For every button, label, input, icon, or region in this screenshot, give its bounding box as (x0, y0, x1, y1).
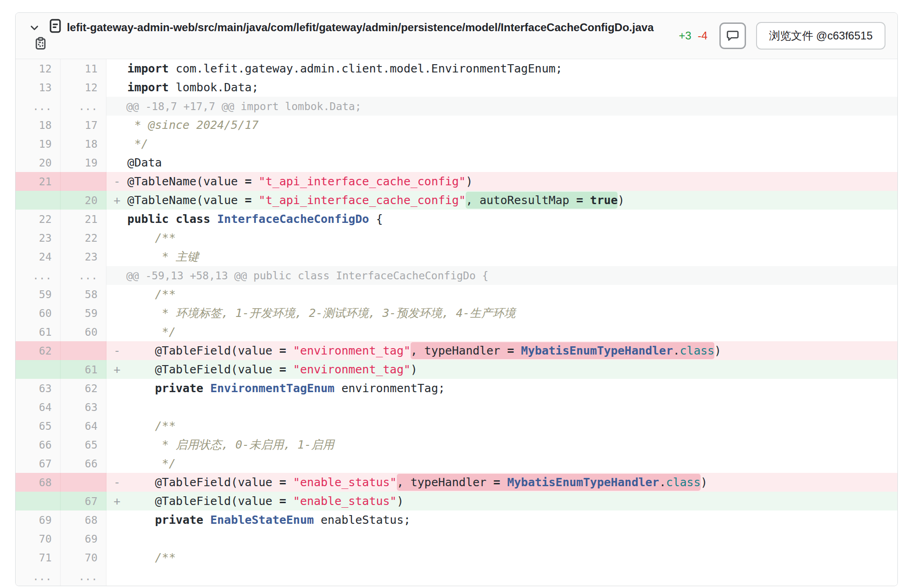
diff-file-card: lefit-gateway-admin-web/src/main/java/co… (15, 12, 898, 586)
line-number-old[interactable]: 71 (16, 548, 60, 567)
code-cell: import lombok.Data; (106, 78, 897, 97)
addition-marker: + (114, 194, 128, 207)
line-number-new[interactable] (60, 341, 106, 360)
copy-path-icon[interactable] (35, 36, 46, 53)
code-token (128, 382, 155, 395)
line-number-old[interactable] (16, 492, 60, 510)
code-cell: @@ -59,13 +58,13 @@ public class Interfa… (106, 266, 897, 285)
addition-marker: + (114, 494, 128, 508)
line-number-new[interactable]: ... (60, 567, 106, 586)
line-number-new[interactable]: 22 (60, 228, 106, 247)
line-number-new[interactable]: 61 (60, 360, 106, 379)
line-number-new[interactable]: 67 (60, 492, 106, 510)
deletion-marker: - (114, 476, 128, 489)
code-token (128, 513, 155, 527)
code-token: true (590, 194, 618, 207)
line-number-old[interactable]: 67 (16, 454, 60, 473)
line-number-old[interactable]: 62 (16, 341, 60, 360)
line-number-new[interactable]: 65 (60, 435, 106, 454)
line-number-old[interactable]: 60 (16, 304, 60, 322)
line-number-old[interactable]: 22 (16, 210, 60, 228)
line-number-new[interactable]: 64 (60, 416, 106, 435)
diff-row: 6968 private EnableStateEnum enableStatu… (16, 510, 897, 529)
line-number-old[interactable]: 19 (16, 134, 60, 153)
line-number-old[interactable]: 64 (16, 398, 60, 416)
line-number-new[interactable]: 60 (60, 322, 106, 341)
line-number-new[interactable]: 19 (60, 153, 106, 172)
code-token: @TableField(value (128, 476, 279, 489)
collapse-chevron-icon[interactable] (29, 19, 39, 36)
code-cell: private EnvironmentTagEnum environmentTa… (106, 379, 897, 398)
line-number-old[interactable]: ... (16, 97, 60, 116)
word-diff-highlight: , typeHandler = MybatisEnumTypeHandler.c… (397, 474, 701, 491)
diff-row: ......@@ -18,7 +17,7 @@ import lombok.Da… (16, 97, 897, 116)
line-number-new[interactable]: 11 (60, 59, 106, 78)
diff-row: 6362 private EnvironmentTagEnum environm… (16, 379, 897, 398)
line-number-new[interactable]: 68 (60, 510, 106, 529)
line-number-old[interactable]: 12 (16, 59, 60, 78)
line-number-old[interactable]: 24 (16, 247, 60, 266)
comment-button[interactable] (719, 22, 746, 49)
line-number-old[interactable]: 20 (16, 153, 60, 172)
code-token: */ (128, 457, 176, 470)
diff-row: 62- @TableField(value = "environment_tag… (16, 341, 897, 360)
line-number-old[interactable]: 21 (16, 172, 60, 191)
line-number-new[interactable]: 17 (60, 116, 106, 134)
code-token: , typeHandler (397, 476, 494, 489)
code-token (286, 363, 293, 376)
line-number-new[interactable]: ... (60, 266, 106, 285)
line-number-old[interactable] (16, 360, 60, 379)
line-number-new[interactable]: 12 (60, 78, 106, 97)
code-token: , typeHandler (411, 344, 507, 357)
code-token (514, 344, 521, 357)
line-number-new[interactable]: 59 (60, 304, 106, 322)
code-cell (106, 529, 897, 548)
code-token: /** (128, 231, 176, 244)
line-number-new[interactable]: 23 (60, 247, 106, 266)
code-cell (106, 398, 897, 416)
line-number-old[interactable]: 65 (16, 416, 60, 435)
line-number-old[interactable]: 59 (16, 285, 60, 304)
line-number-old[interactable]: 13 (16, 78, 60, 97)
line-number-old[interactable]: 69 (16, 510, 60, 529)
file-path-block: lefit-gateway-admin-web/src/main/java/co… (29, 19, 669, 53)
code-token: "environment_tag" (293, 363, 411, 376)
line-number-new[interactable]: 18 (60, 134, 106, 153)
line-number-new[interactable] (60, 473, 106, 492)
line-number-old[interactable]: 61 (16, 322, 60, 341)
code-cell: */ (106, 322, 897, 341)
code-token: "enable_status" (293, 494, 397, 508)
line-number-old[interactable]: 66 (16, 435, 60, 454)
code-token: . (673, 344, 680, 357)
line-number-old[interactable]: ... (16, 567, 60, 586)
code-token: */ (128, 325, 176, 338)
line-number-old[interactable]: 68 (16, 473, 60, 492)
line-number-new[interactable]: 66 (60, 454, 106, 473)
word-diff-highlight: , autoResultMap = true (466, 192, 618, 209)
line-number-new[interactable] (60, 172, 106, 191)
line-number-old[interactable]: 23 (16, 228, 60, 247)
addition-marker: + (114, 363, 128, 376)
code-cell: * @since 2024/5/17 (106, 116, 897, 134)
line-number-new[interactable]: 21 (60, 210, 106, 228)
code-token: lombok.Data; (169, 81, 259, 94)
browse-file-button[interactable]: 浏览文件 @c63f6515 (756, 22, 885, 50)
diff-row: 6665 * 启用状态, 0-未启用, 1-启用 (16, 435, 897, 454)
line-number-old[interactable]: ... (16, 266, 60, 285)
line-number-old[interactable] (16, 191, 60, 210)
line-number-new[interactable]: 70 (60, 548, 106, 567)
code-token: ) (466, 175, 473, 188)
line-number-new[interactable]: 63 (60, 398, 106, 416)
line-number-old[interactable]: 63 (16, 379, 60, 398)
line-number-new[interactable]: 20 (60, 191, 106, 210)
code-token: "environment_tag" (293, 344, 411, 357)
line-number-new[interactable]: 58 (60, 285, 106, 304)
line-number-old[interactable]: 70 (16, 529, 60, 548)
line-number-new[interactable]: ... (60, 97, 106, 116)
code-token (203, 513, 210, 527)
code-token: { (369, 212, 383, 226)
line-number-new[interactable]: 69 (60, 529, 106, 548)
diff-row: 1312import lombok.Data; (16, 78, 897, 97)
line-number-new[interactable]: 62 (60, 379, 106, 398)
line-number-old[interactable]: 18 (16, 116, 60, 134)
